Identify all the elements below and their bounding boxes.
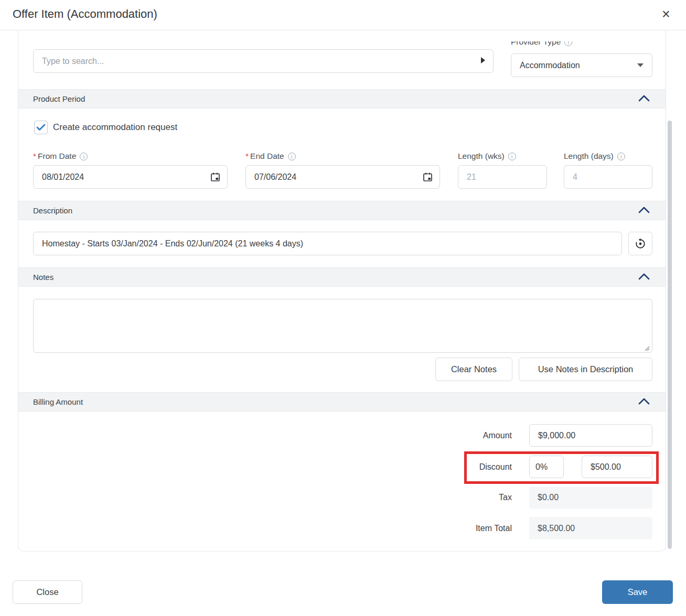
- required-mark: *: [33, 152, 36, 161]
- provider-type-label-clip: Provider Type: [511, 41, 626, 49]
- billing-section-header: Billing Amount: [18, 392, 666, 412]
- calendar-icon[interactable]: [210, 172, 220, 184]
- collapse-product-period-button[interactable]: [637, 94, 651, 104]
- save-button[interactable]: Save: [602, 580, 673, 604]
- offer-item-form: Provider Type Accommodation Product Peri…: [18, 30, 666, 552]
- provider-type-select[interactable]: Accommodation: [511, 53, 652, 77]
- end-date-wrap: [245, 165, 440, 189]
- info-icon[interactable]: [80, 153, 88, 160]
- info-icon[interactable]: [617, 153, 625, 160]
- description-section-header: Description: [18, 201, 666, 220]
- end-date-label: End Date: [250, 152, 284, 161]
- chevron-up-icon: [638, 273, 650, 280]
- info-icon[interactable]: [564, 41, 572, 46]
- notes-textarea[interactable]: [33, 299, 652, 353]
- clear-notes-button[interactable]: Clear Notes: [435, 358, 512, 381]
- info-icon[interactable]: [288, 153, 296, 160]
- required-mark: *: [245, 152, 249, 161]
- regenerate-description-button[interactable]: [628, 232, 652, 255]
- item-total-label: Item Total: [402, 517, 512, 539]
- restore-icon: [635, 238, 646, 250]
- tax-value: $0.00: [529, 487, 652, 509]
- use-notes-in-description-button[interactable]: Use Notes in Description: [519, 358, 652, 381]
- discount-percent-input[interactable]: [529, 456, 564, 478]
- modal-title: Offer Item (Accommodation): [13, 7, 157, 21]
- create-accommodation-request-checkbox[interactable]: [34, 121, 48, 134]
- chevron-up-icon: [638, 95, 650, 102]
- modal-header: Offer Item (Accommodation) ×: [0, 0, 686, 30]
- vertical-scrollbar[interactable]: [668, 121, 672, 549]
- amount-input[interactable]: [529, 424, 652, 447]
- length-days-input[interactable]: [564, 165, 652, 189]
- close-button[interactable]: Close: [13, 580, 82, 604]
- end-date-input[interactable]: [245, 165, 440, 189]
- close-icon[interactable]: ×: [658, 6, 674, 23]
- billing-title: Billing Amount: [33, 397, 83, 406]
- search-expand-icon[interactable]: [481, 57, 485, 63]
- from-date-wrap: [33, 165, 228, 189]
- checkmark-icon: [36, 124, 46, 131]
- product-period-title: Product Period: [33, 94, 85, 103]
- tax-label: Tax: [402, 487, 512, 509]
- collapse-notes-button[interactable]: [637, 272, 651, 283]
- collapse-billing-button[interactable]: [637, 397, 651, 407]
- length-days-label: Length (days): [564, 152, 614, 161]
- amount-label: Amount: [402, 424, 512, 447]
- collapse-description-button[interactable]: [637, 206, 651, 216]
- create-accommodation-request-label: Create accommodation request: [53, 122, 177, 133]
- resize-grip-icon[interactable]: [644, 344, 650, 353]
- product-search-wrap: [33, 49, 494, 73]
- length-days-wrap: [564, 165, 652, 189]
- calendar-icon[interactable]: [423, 172, 433, 184]
- description-input[interactable]: [33, 232, 622, 255]
- notes-title: Notes: [33, 273, 53, 282]
- provider-type-value: Accommodation: [520, 61, 580, 70]
- chevron-up-icon: [638, 207, 650, 213]
- product-period-section-header: Product Period: [18, 89, 666, 109]
- discount-amount-input[interactable]: [582, 456, 652, 478]
- product-search-input[interactable]: [33, 49, 494, 73]
- info-icon[interactable]: [508, 153, 516, 160]
- description-wrap: [33, 232, 622, 255]
- discount-label: Discount: [402, 456, 512, 478]
- provider-type-label: Provider Type: [511, 41, 561, 47]
- from-date-label: From Date: [38, 152, 76, 161]
- chevron-down-icon: [637, 63, 644, 67]
- length-wks-label: Length (wks): [458, 152, 505, 161]
- chevron-up-icon: [638, 398, 650, 405]
- length-wks-wrap: [458, 165, 547, 189]
- from-date-input[interactable]: [33, 165, 228, 189]
- item-total-value: $8,500.00: [529, 517, 652, 539]
- discount-amount-wrap: [582, 456, 652, 478]
- discount-percent-wrap: [529, 456, 564, 478]
- length-wks-input[interactable]: [458, 165, 547, 189]
- amount-wrap: [529, 424, 652, 447]
- notes-section-header: Notes: [18, 267, 666, 287]
- description-title: Description: [33, 206, 72, 215]
